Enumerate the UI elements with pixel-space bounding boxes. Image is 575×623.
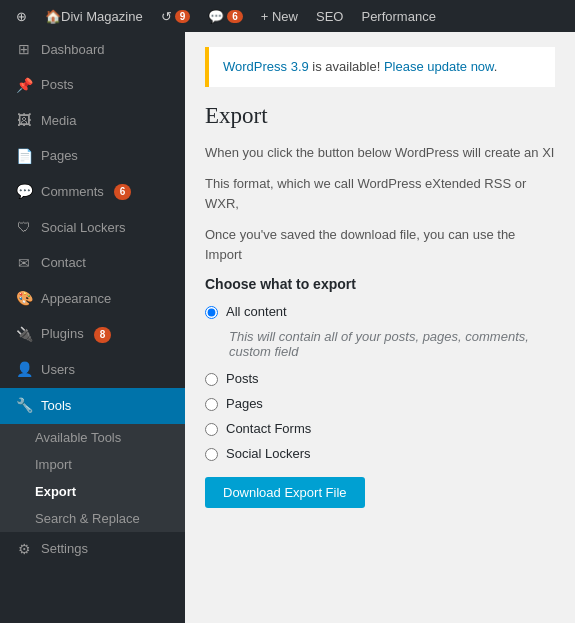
tools-submenu: Available Tools Import Export Search & R… xyxy=(0,424,185,532)
download-export-button[interactable]: Download Export File xyxy=(205,477,365,508)
radio-contact-forms[interactable] xyxy=(205,423,218,436)
sidebar-item-dashboard-label: Dashboard xyxy=(41,41,105,59)
sidebar-item-social-lockers-label: Social Lockers xyxy=(41,219,126,237)
description-3: Once you've saved the download file, you… xyxy=(205,225,555,264)
comments-badge: 6 xyxy=(114,184,132,200)
sidebar-item-posts-label: Posts xyxy=(41,76,74,94)
sidebar-item-pages[interactable]: 📄 Pages xyxy=(0,139,185,175)
performance-link[interactable]: Performance xyxy=(353,0,443,32)
submenu-available-tools[interactable]: Available Tools xyxy=(0,424,185,451)
seo-link[interactable]: SEO xyxy=(308,0,351,32)
wp-logo-icon: ⊕ xyxy=(16,9,27,24)
performance-label: Performance xyxy=(361,9,435,24)
sidebar-item-posts[interactable]: 📌 Posts xyxy=(0,68,185,104)
option-posts: Posts xyxy=(205,371,555,386)
pages-icon: 📄 xyxy=(15,147,33,167)
appearance-icon: 🎨 xyxy=(15,289,33,309)
export-label: Export xyxy=(35,484,76,499)
notice-middle-text: is available! xyxy=(309,59,384,74)
sidebar-item-appearance[interactable]: 🎨 Appearance xyxy=(0,281,185,317)
sidebar-item-tools[interactable]: 🔧 Tools xyxy=(0,388,185,424)
option-all-content: All content xyxy=(205,304,555,319)
option-pages: Pages xyxy=(205,396,555,411)
import-label: Import xyxy=(35,457,72,472)
sidebar-item-settings-label: Settings xyxy=(41,540,88,558)
settings-icon: ⚙ xyxy=(15,540,33,560)
section-title: Choose what to export xyxy=(205,276,555,292)
submenu-search-replace[interactable]: Search & Replace xyxy=(0,505,185,532)
social-lockers-icon: 🛡 xyxy=(15,218,33,238)
sidebar-item-users-label: Users xyxy=(41,361,75,379)
new-content-link[interactable]: + New xyxy=(253,0,306,32)
sidebar-item-dashboard[interactable]: ⊞ Dashboard xyxy=(0,32,185,68)
home-link[interactable]: 🏠 Divi Magazine xyxy=(37,0,151,32)
tools-icon: 🔧 xyxy=(15,396,33,416)
sidebar-item-comments[interactable]: 💬 Comments 6 xyxy=(0,174,185,210)
radio-all-content[interactable] xyxy=(205,306,218,319)
sidebar-item-plugins[interactable]: 🔌 Plugins 8 xyxy=(0,317,185,353)
available-tools-label: Available Tools xyxy=(35,430,121,445)
update-notice: WordPress 3.9 is available! Please updat… xyxy=(205,47,555,87)
sidebar-item-settings[interactable]: ⚙ Settings xyxy=(0,532,185,568)
dashboard-icon: ⊞ xyxy=(15,40,33,60)
main-content: WordPress 3.9 is available! Please updat… xyxy=(185,32,575,623)
comments-menu-icon: 💬 xyxy=(15,182,33,202)
sidebar-item-social-lockers[interactable]: 🛡 Social Lockers xyxy=(0,210,185,246)
sidebar-item-tools-label: Tools xyxy=(41,397,71,415)
update-version-link[interactable]: WordPress 3.9 xyxy=(223,59,309,74)
label-all-content[interactable]: All content xyxy=(226,304,287,319)
sidebar-item-appearance-label: Appearance xyxy=(41,290,111,308)
option-contact-forms: Contact Forms xyxy=(205,421,555,436)
contact-icon: ✉ xyxy=(15,254,33,274)
site-name: Divi Magazine xyxy=(61,9,143,24)
comments-count: 6 xyxy=(227,10,243,23)
media-icon: 🖼 xyxy=(15,111,33,131)
notice-end-text: . xyxy=(494,59,498,74)
comments-link[interactable]: 💬 6 xyxy=(200,0,251,32)
submenu-export[interactable]: Export xyxy=(0,478,185,505)
wp-logo[interactable]: ⊕ xyxy=(8,0,35,32)
sidebar-item-plugins-label: Plugins xyxy=(41,325,84,343)
label-social-lockers[interactable]: Social Lockers xyxy=(226,446,311,461)
plugins-icon: 🔌 xyxy=(15,325,33,345)
sidebar-item-contact[interactable]: ✉ Contact xyxy=(0,246,185,282)
sidebar-item-pages-label: Pages xyxy=(41,147,78,165)
label-posts[interactable]: Posts xyxy=(226,371,259,386)
page-title: Export xyxy=(205,103,555,129)
radio-posts[interactable] xyxy=(205,373,218,386)
label-contact-forms[interactable]: Contact Forms xyxy=(226,421,311,436)
description-2: This format, which we call WordPress eXt… xyxy=(205,174,555,213)
comments-icon: 💬 xyxy=(208,9,224,24)
radio-pages[interactable] xyxy=(205,398,218,411)
updates-count: 9 xyxy=(175,10,191,23)
sidebar-item-users[interactable]: 👤 Users xyxy=(0,352,185,388)
description-1: When you click the button below WordPres… xyxy=(205,143,555,163)
posts-icon: 📌 xyxy=(15,76,33,96)
seo-label: SEO xyxy=(316,9,343,24)
home-icon: 🏠 xyxy=(45,9,61,24)
updates-link[interactable]: ↺ 9 xyxy=(153,0,199,32)
label-pages[interactable]: Pages xyxy=(226,396,263,411)
admin-bar: ⊕ 🏠 Divi Magazine ↺ 9 💬 6 + New SEO Perf… xyxy=(0,0,575,32)
export-options: All content This will contain all of you… xyxy=(205,304,555,461)
search-replace-label: Search & Replace xyxy=(35,511,140,526)
new-label: + New xyxy=(261,9,298,24)
updates-icon: ↺ xyxy=(161,9,172,24)
users-icon: 👤 xyxy=(15,360,33,380)
sidebar-item-comments-label: Comments xyxy=(41,183,104,201)
all-content-description: This will contain all of your posts, pag… xyxy=(229,329,555,359)
sidebar-item-contact-label: Contact xyxy=(41,254,86,272)
option-social-lockers: Social Lockers xyxy=(205,446,555,461)
submenu-import[interactable]: Import xyxy=(0,451,185,478)
plugins-badge: 8 xyxy=(94,327,112,343)
please-update-link[interactable]: Please update now xyxy=(384,59,494,74)
sidebar: ⊞ Dashboard 📌 Posts 🖼 Media 📄 Pages 💬 Co… xyxy=(0,32,185,623)
sidebar-item-media[interactable]: 🖼 Media xyxy=(0,103,185,139)
sidebar-item-media-label: Media xyxy=(41,112,76,130)
radio-social-lockers[interactable] xyxy=(205,448,218,461)
